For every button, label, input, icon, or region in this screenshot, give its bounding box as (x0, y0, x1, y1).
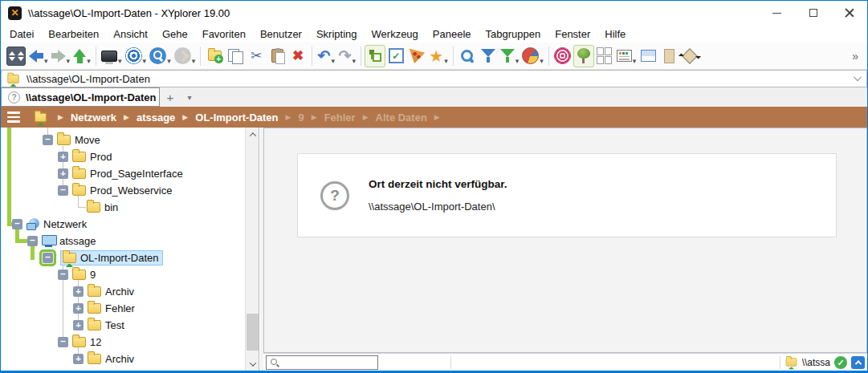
hamburger-icon[interactable] (7, 111, 20, 123)
up-dropdown-icon[interactable] (87, 57, 91, 67)
breadcrumb-segment-alte-daten[interactable]: Alte Daten (376, 111, 427, 124)
tree-item-ol-import-daten[interactable]: OL-Import-Daten (39, 249, 163, 266)
spiral-button[interactable] (552, 45, 573, 67)
filter-button[interactable] (478, 45, 499, 67)
cut-button[interactable] (246, 45, 267, 67)
goto-target-button[interactable] (124, 45, 149, 67)
checkbox-mode-button[interactable] (385, 45, 406, 67)
menu-tabgruppen[interactable]: Tabgruppen (479, 26, 548, 42)
tree-item-archiv[interactable]: Archiv (73, 283, 134, 300)
delete-button[interactable] (287, 45, 308, 67)
menu-datei[interactable]: Datei (2, 26, 41, 42)
statistics-button[interactable] (520, 45, 545, 67)
tree-item-archiv-2[interactable]: Archiv (73, 351, 134, 367)
collapse-icon[interactable] (58, 337, 68, 347)
toolbar-overflow-button[interactable]: » (847, 50, 863, 63)
tab-list-dropdown-icon[interactable] (181, 87, 198, 107)
view-dropdown-icon[interactable] (633, 57, 637, 67)
ok-check-icon[interactable] (834, 356, 847, 369)
tree-item-bin[interactable]: bin (87, 199, 118, 216)
back-button[interactable] (27, 45, 50, 67)
tree-item-prod-webservice[interactable]: Prod_Webservice (58, 182, 172, 199)
expand-icon[interactable] (73, 303, 84, 314)
computer-dropdown-icon[interactable] (118, 57, 122, 67)
tree-item-prod[interactable]: Prod (58, 148, 112, 165)
address-dropdown-icon[interactable] (854, 73, 862, 81)
menu-hilfe[interactable]: Hilfe (597, 26, 633, 42)
collapse-icon[interactable] (58, 270, 68, 280)
tree-item-12[interactable]: 12 (58, 334, 101, 351)
new-folder-button[interactable] (204, 45, 225, 67)
menu-gehe[interactable]: Gehe (155, 26, 195, 42)
tree-item-atssage[interactable]: atssage (27, 233, 96, 249)
forward-button[interactable] (50, 45, 72, 67)
copy-button[interactable] (225, 45, 246, 67)
breadcrumb-segment-atssage[interactable]: atssage (137, 111, 175, 124)
tree-item-prod-sageinterface[interactable]: Prod_SageInterface (58, 165, 183, 182)
dual-pane-button[interactable] (594, 45, 615, 67)
minimize-button[interactable] (759, 1, 795, 25)
undo-button[interactable] (316, 45, 336, 67)
expand-icon[interactable] (73, 320, 84, 330)
tree-item-netzwerk[interactable]: Netzwerk (12, 216, 87, 233)
pizza-button[interactable] (406, 45, 427, 67)
tree-item-move[interactable]: Move (43, 132, 100, 148)
menu-fenster[interactable]: Fenster (548, 26, 597, 42)
find-button[interactable] (148, 45, 173, 67)
undo-dropdown-icon[interactable] (331, 57, 335, 67)
go-button[interactable] (173, 45, 198, 67)
back-dropdown-icon[interactable] (44, 57, 48, 67)
find-dropdown-icon[interactable] (167, 57, 171, 67)
collapse-icon[interactable] (58, 185, 68, 196)
close-button[interactable] (831, 1, 867, 25)
breadcrumb-segment-fehler[interactable]: Fehler (324, 111, 356, 124)
favorites-dropdown-icon[interactable] (444, 57, 448, 67)
menu-werkzeug[interactable]: Werkzeug (365, 26, 426, 42)
search-button[interactable] (457, 45, 478, 67)
menu-paneele[interactable]: Paneele (426, 26, 479, 42)
view-grid-button[interactable] (615, 45, 638, 67)
redo-dropdown-icon[interactable] (352, 57, 356, 67)
computer-button[interactable] (100, 45, 124, 67)
go-dropdown-icon[interactable] (192, 57, 196, 67)
tab-active[interactable]: \\atssage\OL-Import-Daten (1, 87, 160, 107)
scroll-up-icon[interactable] (246, 128, 259, 141)
filter-dropdown-icon[interactable] (516, 57, 520, 67)
type-ahead-find-box[interactable] (266, 355, 378, 370)
menu-skripting[interactable]: Skripting (309, 26, 365, 42)
menu-bearbeiten[interactable]: Bearbeiten (41, 26, 106, 42)
expand-icon[interactable] (73, 354, 84, 364)
find-input[interactable] (283, 357, 374, 368)
filter-green-button[interactable] (499, 45, 521, 67)
tree-item-test[interactable]: Test (73, 317, 124, 334)
panel-button[interactable] (658, 45, 679, 67)
collapse-icon[interactable] (43, 135, 53, 145)
rotate-button[interactable] (679, 45, 700, 67)
collapse-icon[interactable] (27, 236, 38, 246)
tree-path-toggle-button[interactable] (365, 45, 385, 67)
collapse-icon[interactable] (12, 219, 22, 229)
up-button[interactable] (71, 45, 92, 67)
expand-icon[interactable] (58, 152, 68, 162)
menu-ansicht[interactable]: Ansicht (106, 26, 155, 42)
maximize-button[interactable] (795, 1, 831, 25)
new-tab-button[interactable]: + (160, 87, 181, 107)
selected-tree-item[interactable]: OL-Import-Daten (60, 250, 163, 266)
address-input[interactable]: \\atssage\OL-Import-Daten (1, 70, 867, 87)
target-dropdown-icon[interactable] (143, 57, 147, 67)
collapse-icon[interactable] (43, 253, 53, 263)
menu-benutzer[interactable]: Benutzer (253, 26, 309, 42)
breadcrumb-segment-netzwerk[interactable]: Netzwerk (71, 111, 116, 124)
split-panes-button[interactable] (638, 45, 658, 67)
tree-item-fehler[interactable]: Fehler (73, 300, 135, 317)
expand-icon[interactable] (58, 168, 68, 179)
collapse-up-button[interactable] (851, 356, 865, 369)
expand-icon[interactable] (73, 286, 84, 297)
scrollbar-thumb[interactable] (247, 314, 259, 351)
breadcrumb-segment-ol-import-daten[interactable]: OL-Import-Daten (195, 111, 278, 124)
redo-button[interactable] (336, 45, 357, 67)
tree-item-9[interactable]: 9 (58, 266, 96, 283)
folder-tree-toggle-button[interactable] (573, 45, 594, 67)
scroll-down-icon[interactable] (246, 357, 259, 371)
pane-toggle-button[interactable] (5, 45, 27, 67)
